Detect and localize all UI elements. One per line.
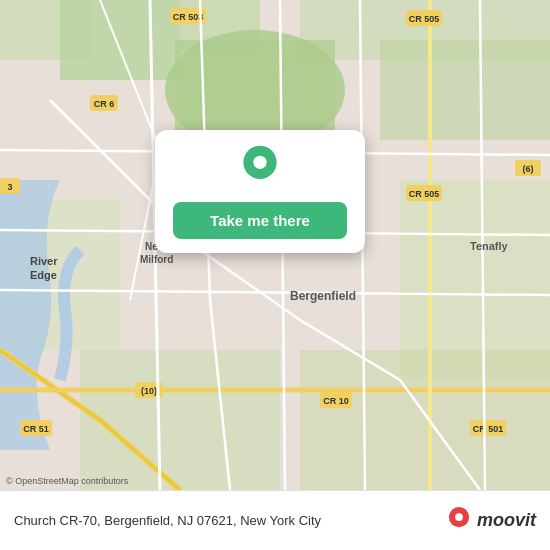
svg-text:River: River <box>30 255 58 267</box>
svg-rect-10 <box>80 350 280 490</box>
bottom-bar: Church CR-70, Bergenfield, NJ 07621, New… <box>0 490 550 550</box>
map-container[interactable]: (10) CR 51 CR 10 CR 501 CR 505 CR 505 CR… <box>0 0 550 490</box>
svg-rect-2 <box>60 0 180 80</box>
svg-text:Bergenfield: Bergenfield <box>290 289 356 303</box>
svg-text:CR 505: CR 505 <box>409 14 440 24</box>
location-pin-icon <box>235 144 285 194</box>
svg-rect-7 <box>175 40 335 140</box>
moovit-logo: moovit <box>445 507 536 535</box>
svg-text:CR 10: CR 10 <box>323 396 349 406</box>
svg-point-39 <box>253 156 266 169</box>
svg-text:Milford: Milford <box>140 254 173 265</box>
svg-point-41 <box>455 513 463 521</box>
osm-attribution: © OpenStreetMap contributors <box>6 476 128 486</box>
moovit-brand-text: moovit <box>477 510 536 531</box>
moovit-brand-pin-icon <box>445 507 473 535</box>
svg-rect-5 <box>380 40 550 140</box>
svg-text:CR 6: CR 6 <box>94 99 115 109</box>
svg-text:Tenafly: Tenafly <box>470 240 509 252</box>
svg-text:Edge: Edge <box>30 269 57 281</box>
svg-text:CR 51: CR 51 <box>23 424 49 434</box>
svg-text:(6): (6) <box>523 164 534 174</box>
take-me-there-button[interactable]: Take me there <box>173 202 347 239</box>
svg-text:CR 503: CR 503 <box>173 12 204 22</box>
svg-rect-11 <box>300 350 550 490</box>
svg-text:CR 501: CR 501 <box>473 424 504 434</box>
address-text: Church CR-70, Bergenfield, NJ 07621, New… <box>14 513 321 528</box>
location-card: Take me there <box>155 130 365 253</box>
svg-text:CR 505: CR 505 <box>409 189 440 199</box>
svg-text:(10): (10) <box>141 386 157 396</box>
svg-text:3: 3 <box>7 182 12 192</box>
